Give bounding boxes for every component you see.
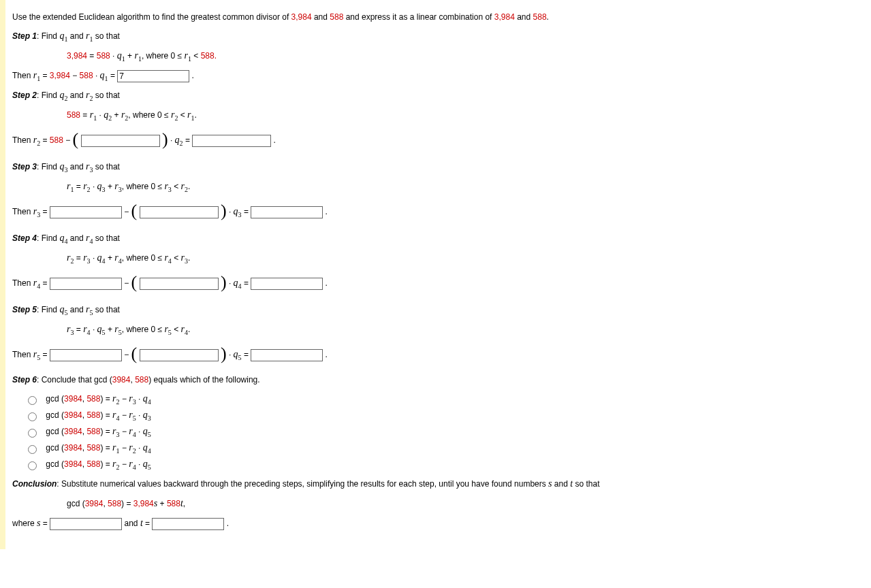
num: 3984 (64, 410, 82, 420)
conclusion-label: Conclusion (12, 479, 57, 489)
text: . (188, 253, 190, 263)
step5-paren-input[interactable] (140, 349, 219, 361)
step4-a-input[interactable] (50, 278, 122, 290)
step4-paren-input[interactable] (140, 278, 219, 290)
step-label: Step 5 (12, 305, 37, 314)
num: 588 (533, 12, 547, 22)
num: 3984 (85, 499, 104, 508)
text: . (271, 135, 276, 145)
text: . (323, 350, 328, 359)
step3-heading: Step 3: Find q3 and r3 so that (12, 159, 871, 174)
step2-result-input[interactable] (192, 135, 271, 147)
conclusion-inputs: where s = and t = . (12, 516, 871, 530)
text: < (172, 182, 181, 191)
text: · (93, 71, 100, 80)
text: − (122, 207, 131, 216)
text: where (12, 519, 37, 528)
step-label: Step 2 (12, 91, 37, 100)
text: : Find (37, 162, 59, 172)
text: < (172, 253, 181, 263)
text: Then (12, 71, 33, 80)
step5-a-input[interactable] (50, 349, 122, 361)
step2-paren-input[interactable] (81, 135, 160, 147)
text: = (183, 135, 193, 145)
text: . (188, 325, 190, 334)
text: gcd ( (46, 443, 64, 453)
text: , where 0 ≤ (122, 253, 165, 263)
num: 3984 (112, 375, 131, 385)
step4-heading: Step 4: Find q4 and r4 so that (12, 231, 871, 245)
step5-result-input[interactable] (251, 349, 323, 361)
radio-option-2[interactable] (28, 412, 37, 421)
text: < (172, 325, 181, 334)
text: − (120, 459, 129, 469)
text: . (547, 12, 549, 22)
text: ) = (100, 410, 112, 420)
text: so that (93, 305, 120, 314)
step-label: Step 1 (12, 31, 37, 41)
num: 588 (135, 375, 148, 385)
r1-input[interactable] (117, 70, 189, 82)
text: : Substitute numerical values backward t… (57, 479, 548, 489)
num: 588 (330, 12, 343, 22)
num: 588 (86, 443, 100, 453)
num: 3984 (64, 459, 82, 469)
radio-option-1[interactable] (28, 396, 37, 405)
step3-result-input[interactable] (251, 206, 323, 218)
step3-paren-input[interactable] (140, 206, 219, 218)
text: − (120, 443, 129, 453)
s-input[interactable] (50, 518, 122, 530)
text: < (191, 51, 201, 61)
step3-equation: r1 = r2 · q3 + r3, where 0 ≤ r3 < r2. (67, 179, 871, 193)
text: − (63, 135, 73, 145)
step4-result-input[interactable] (251, 278, 323, 290)
text: Then (12, 207, 33, 216)
num: 3,984 (67, 51, 87, 61)
num: 588 (108, 499, 121, 508)
text: ) = (121, 499, 133, 508)
text: = (108, 71, 118, 80)
text: − (120, 394, 129, 404)
text: + (106, 182, 115, 191)
text: and (552, 479, 571, 489)
text: , (183, 499, 185, 508)
num: 588 (67, 110, 80, 120)
text: − (122, 278, 131, 288)
step-label: Step 6 (12, 375, 37, 385)
radio-option-4[interactable] (28, 445, 37, 454)
step2-equation: 588 = r1 · q2 + r2, where 0 ≤ r2 < r1. (67, 108, 871, 122)
text: and (67, 91, 86, 100)
radio-option-3[interactable] (28, 429, 37, 438)
step6-option-4: gcd (3984, 588) = r1 − r2 · q4 (25, 440, 871, 455)
step6-option-1: gcd (3984, 588) = r2 − r3 · q4 (25, 391, 871, 406)
text: = (40, 71, 50, 80)
text: so that (93, 91, 120, 100)
text: · (136, 427, 143, 436)
text: and (67, 31, 86, 41)
text: + (106, 325, 115, 334)
num: 3984 (64, 394, 82, 404)
text: and (67, 162, 86, 172)
step5-heading: Step 5: Find q5 and r5 so that (12, 302, 871, 316)
text: ) = (100, 394, 112, 404)
text: Then (12, 278, 33, 288)
text: gcd ( (46, 410, 64, 420)
text: + (112, 110, 121, 120)
text: and (515, 12, 533, 22)
text: = (74, 182, 83, 191)
text: − (122, 350, 131, 359)
text: so that (93, 162, 120, 172)
t-input[interactable] (152, 518, 224, 530)
text: gcd ( (46, 459, 64, 469)
step-label: Step 4 (12, 233, 37, 243)
text: : Find (37, 31, 59, 41)
step3-a-input[interactable] (50, 206, 122, 218)
text: · (168, 135, 175, 145)
text: = (242, 278, 251, 288)
text: . (195, 110, 197, 120)
radio-option-5[interactable] (28, 461, 37, 470)
num: 3,984 (494, 12, 515, 22)
text: . (323, 207, 328, 216)
text: and (67, 233, 86, 243)
step3-then: Then r3 = − ( ) · q3 = . (12, 199, 871, 225)
